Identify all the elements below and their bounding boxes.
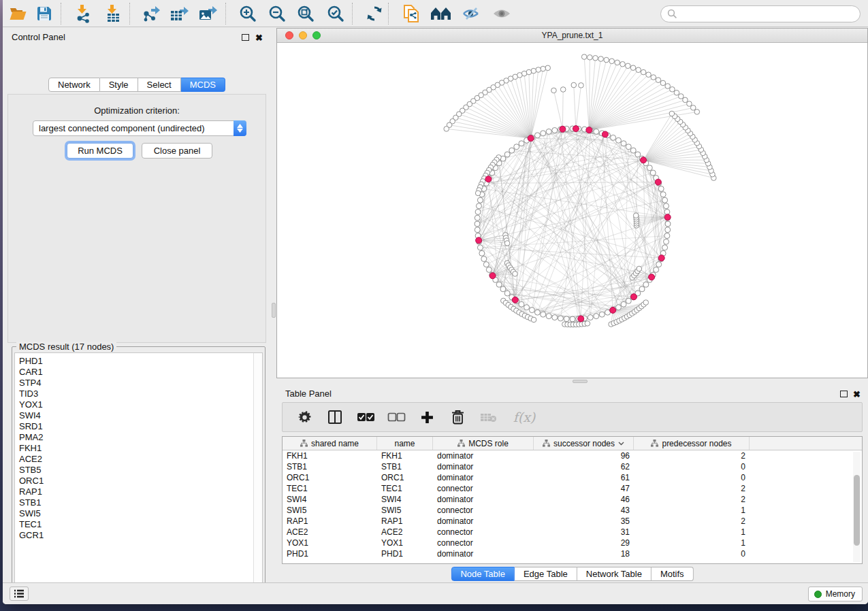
table-row[interactable]: TEC1TEC1connector472 [283,483,862,494]
graph-node[interactable] [604,57,609,63]
zoom-selected-button[interactable] [323,3,348,24]
graph-node[interactable] [615,60,620,65]
graph-node[interactable] [579,83,584,88]
result-node-item[interactable]: PMA2 [19,432,44,443]
graph-node[interactable] [630,148,636,153]
graph-node[interactable] [513,271,518,277]
graph-node[interactable] [678,94,684,99]
delete-table-button[interactable] [479,412,498,423]
network-view-titlebar[interactable]: YPA_prune.txt_1 [277,29,867,43]
graph-node[interactable] [534,310,540,315]
table-row[interactable]: STB1STB1dominator620 [283,461,862,472]
graph-node[interactable] [609,59,615,64]
graph-node[interactable] [444,127,449,132]
graph-node[interactable] [486,267,492,272]
save-session-button[interactable] [32,3,57,24]
graph-node[interactable] [664,233,670,239]
float-panel-icon[interactable] [242,34,249,41]
graph-node[interactable] [643,300,649,306]
graph-node[interactable] [615,305,621,310]
result-node-item[interactable]: GCR1 [19,530,44,541]
result-node-item[interactable]: ORC1 [19,476,44,486]
graph-node[interactable] [560,87,566,93]
export-table-button[interactable] [167,3,191,24]
graph-node[interactable] [551,88,557,93]
graph-node[interactable] [665,221,671,227]
graph-node[interactable] [479,250,485,256]
graph-node[interactable] [650,170,656,176]
first-neighbors-button[interactable] [429,3,453,24]
graph-hub-node[interactable] [528,135,534,142]
graph-node[interactable] [475,221,480,227]
graph-node[interactable] [541,131,546,136]
result-node-item[interactable]: SWI4 [19,410,44,421]
graph-node[interactable] [509,148,515,153]
result-node-item[interactable]: RAP1 [19,486,44,497]
graph-node[interactable] [477,197,483,203]
result-node-item[interactable]: TID3 [19,389,44,399]
close-panel-button[interactable]: Close panel [142,143,212,159]
graph-hub-node[interactable] [664,214,671,220]
add-row-button[interactable] [417,411,436,424]
result-node-item[interactable]: SRD1 [19,421,44,432]
tab-mcds[interactable]: MCDS [181,78,225,92]
graph-node[interactable] [690,105,696,111]
graph-node[interactable] [475,191,481,196]
result-node-item[interactable]: ACE2 [19,454,44,465]
close-panel-icon[interactable]: ✖ [255,33,263,43]
graph-node[interactable] [536,67,541,73]
tab-network[interactable]: Network [48,78,100,92]
graph-node[interactable] [636,67,641,73]
graph-node[interactable] [665,227,671,233]
import-network-button[interactable] [71,3,95,24]
graph-node[interactable] [637,266,642,271]
graph-node[interactable] [646,72,652,78]
graph-node[interactable] [664,203,669,209]
splitter-grip[interactable] [272,303,276,318]
memory-button[interactable]: Memory [808,587,863,601]
graph-node[interactable] [630,65,636,71]
table-row[interactable]: ORC1ORC1dominator610 [283,472,862,483]
column-header-MCDS-role[interactable]: MCDS role [433,437,534,450]
graph-node[interactable] [621,141,626,146]
result-node-item[interactable]: STB1 [19,497,44,508]
graph-node[interactable] [514,144,519,150]
tab-motifs[interactable]: Motifs [652,567,694,581]
column-header-predecessor-nodes[interactable]: predecessor nodes [634,437,750,450]
graph-hub-node[interactable] [649,274,655,280]
table-row[interactable]: SWI5SWI5connector431 [283,505,862,516]
graph-node[interactable] [581,54,587,60]
tab-edge-table[interactable]: Edge Table [515,567,577,581]
graph-node[interactable] [475,215,480,220]
graph-hub-node[interactable] [586,127,592,133]
graph-node[interactable] [626,298,631,303]
graph-node[interactable] [475,209,481,214]
table-row[interactable]: SWI4SWI4dominator462 [283,494,862,505]
graph-node[interactable] [552,127,558,133]
graph-node[interactable] [643,282,649,287]
graph-node[interactable] [519,301,524,307]
graph-hub-node[interactable] [476,237,482,244]
graph-node[interactable] [588,315,593,320]
graph-node[interactable] [615,137,621,143]
graph-hub-node[interactable] [560,126,566,132]
graph-node[interactable] [541,312,546,317]
apply-function-button[interactable]: f(x) [509,410,539,425]
graph-node[interactable] [626,63,631,69]
graph-node[interactable] [620,61,626,67]
export-network-button[interactable] [139,3,163,24]
graph-node[interactable] [564,316,569,322]
graph-node[interactable] [651,75,656,80]
graph-hub-node[interactable] [578,316,584,322]
graph-node[interactable] [664,209,670,214]
graph-node[interactable] [552,315,558,320]
table-row[interactable]: YOX1YOX1connector291 [283,538,862,548]
search-input[interactable] [660,5,861,22]
delete-rows-button[interactable] [448,410,467,425]
table-row[interactable]: FKH1FKH1dominator962 [283,450,862,461]
graph-node[interactable] [475,227,480,233]
graph-hub-node[interactable] [630,294,637,300]
graph-node[interactable] [654,267,659,272]
deselect-all-button[interactable] [387,412,406,422]
graph-node[interactable] [647,165,652,171]
